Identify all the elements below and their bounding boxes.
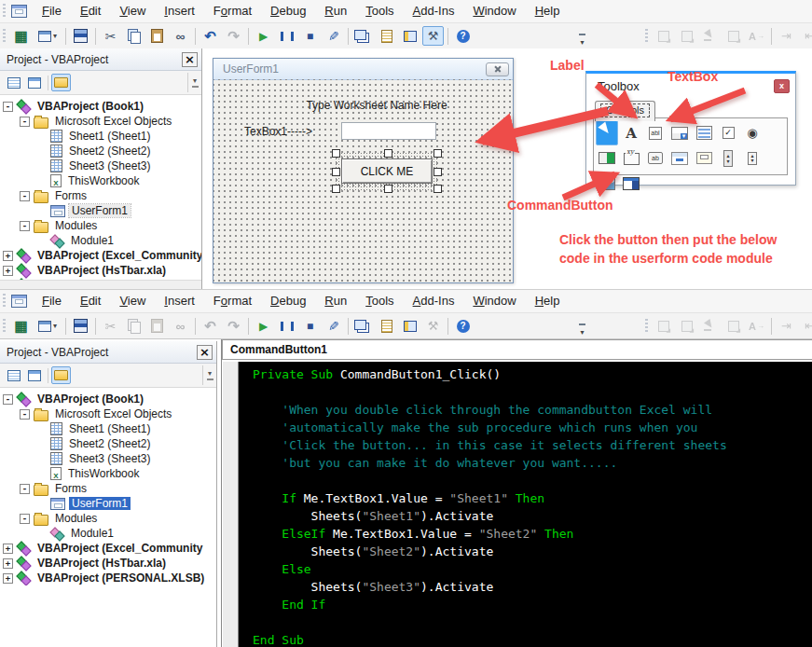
insert-userform-button[interactable] xyxy=(34,26,62,46)
find-button[interactable] xyxy=(170,316,191,336)
menu-item[interactable]: Format xyxy=(204,290,261,312)
toolbar-grip[interactable] xyxy=(3,4,6,19)
toolbox-combobox[interactable] xyxy=(668,120,691,145)
toolbox-scrollbar[interactable] xyxy=(717,145,739,171)
code-line[interactable]: 'When you double click through the comma… xyxy=(253,401,812,419)
menu-item[interactable]: Insert xyxy=(155,290,204,312)
group-objects-button[interactable] xyxy=(723,316,744,336)
toolbox-tabstrip[interactable] xyxy=(668,145,691,171)
tree-expander-icon[interactable] xyxy=(20,191,30,201)
break-button[interactable] xyxy=(276,316,297,336)
code-line[interactable]: Else xyxy=(253,560,812,578)
tree-expander-icon[interactable] xyxy=(3,251,13,261)
code-line[interactable]: Sheets("Sheet2").Activate xyxy=(253,543,812,560)
toolbox-multipage[interactable] xyxy=(693,145,715,171)
menu-item[interactable]: Run xyxy=(315,290,356,312)
toolbox-select-objects[interactable] xyxy=(596,120,618,145)
tree-item[interactable]: Module1 xyxy=(0,233,201,248)
toggle-folders-icon[interactable] xyxy=(51,366,71,384)
redo-button[interactable] xyxy=(223,316,244,336)
resize-handle[interactable] xyxy=(332,149,340,158)
view-microsoft-excel-button[interactable] xyxy=(10,26,32,46)
tree-item[interactable]: VBAProject (Excel_Community xyxy=(0,541,216,556)
tree-expander-icon[interactable] xyxy=(3,394,13,405)
tree-item[interactable]: VBAProject (HsTbar.xla) xyxy=(0,263,201,278)
resize-handle[interactable] xyxy=(332,168,340,176)
code-line[interactable]: End If xyxy=(253,596,812,613)
tree-item[interactable]: VBAProject (Excel_Community xyxy=(0,248,201,263)
undo-button[interactable] xyxy=(200,316,221,336)
tree-item[interactable]: Forms xyxy=(0,188,201,203)
menu-item[interactable]: Format xyxy=(204,0,261,22)
copy-button[interactable] xyxy=(123,26,145,46)
properties-window-button[interactable] xyxy=(376,26,397,46)
tree-item[interactable]: Sheet1 (Sheet1) xyxy=(0,421,216,436)
code-margin-indicator-bar[interactable] xyxy=(223,362,239,647)
code-line[interactable]: Sheets("Sheet1").Activate xyxy=(253,507,812,525)
menu-item[interactable]: Debug xyxy=(261,290,315,312)
select-objects-button[interactable] xyxy=(699,316,721,336)
help-button[interactable] xyxy=(452,316,474,336)
selection-frame[interactable]: CLICK ME xyxy=(335,152,439,190)
resize-handle[interactable] xyxy=(434,185,442,193)
view-code-icon[interactable] xyxy=(4,74,23,91)
toolbox-commandbutton[interactable] xyxy=(644,145,667,171)
reset-button[interactable] xyxy=(299,316,321,336)
font-button[interactable] xyxy=(746,316,767,336)
resize-handle[interactable] xyxy=(332,185,340,193)
resize-handle[interactable] xyxy=(384,185,392,193)
menu-item[interactable]: Add-Ins xyxy=(404,0,464,22)
panel-scrollbar[interactable] xyxy=(202,365,216,385)
tree-item[interactable]: UserForm1 xyxy=(0,203,201,218)
code-line[interactable]: If Me.TextBox1.Value = "Sheet1" Then xyxy=(253,489,812,507)
menu-item[interactable]: Add-Ins xyxy=(404,290,464,312)
tree-expander-icon[interactable] xyxy=(3,573,13,584)
tree-expander-icon[interactable] xyxy=(3,558,13,569)
userform-label[interactable]: Type Worksheet Name Here xyxy=(293,99,461,112)
menu-item[interactable]: File xyxy=(33,0,71,22)
menu-item[interactable]: Tools xyxy=(356,0,403,22)
code-line[interactable]: ElseIf Me.TextBox1.Value = "Sheet2" Then xyxy=(253,525,812,543)
menu-item[interactable]: Tools xyxy=(356,290,403,312)
menu-item[interactable]: Edit xyxy=(71,0,110,22)
toolbar-grip[interactable] xyxy=(3,29,6,44)
tab-controls[interactable]: Controls xyxy=(595,101,655,121)
code-line[interactable] xyxy=(253,613,812,631)
insert-userform-button[interactable] xyxy=(34,316,62,336)
tree-expander-icon[interactable] xyxy=(20,117,30,127)
tree-item[interactable]: Microsoft Excel Objects xyxy=(0,114,201,129)
group-objects-button[interactable] xyxy=(723,26,744,46)
resize-handle[interactable] xyxy=(384,149,392,158)
properties-window-button[interactable] xyxy=(376,316,397,336)
tree-item[interactable]: Sheet3 (Sheet3) xyxy=(0,451,216,466)
send-to-back-button[interactable] xyxy=(676,26,697,46)
decrease-indent-button[interactable] xyxy=(799,26,812,46)
tree-item[interactable]: UserForm1 xyxy=(0,496,216,511)
increase-indent-button[interactable] xyxy=(776,26,797,46)
paste-button[interactable] xyxy=(146,316,168,336)
code-line[interactable]: 'Click the button... in this case it sel… xyxy=(253,436,812,454)
font-button[interactable] xyxy=(746,26,767,46)
bring-to-front-button[interactable] xyxy=(653,316,674,336)
menu-item[interactable]: Debug xyxy=(261,0,315,22)
menu-item[interactable]: Run xyxy=(315,0,356,22)
toolbox-togglebutton[interactable] xyxy=(596,145,618,171)
toolbox-optionbutton[interactable] xyxy=(741,120,764,145)
tree-item[interactable]: ThisWorkbook xyxy=(0,466,216,481)
toolbox-button[interactable] xyxy=(422,26,444,46)
close-icon[interactable] xyxy=(197,345,213,360)
tree-expander-icon[interactable] xyxy=(3,102,13,112)
menu-item[interactable]: Help xyxy=(526,0,570,22)
toolbox-titlebar[interactable]: Toolbox x xyxy=(586,74,795,99)
tree-item[interactable]: Module1 xyxy=(0,526,216,541)
toolbox-button[interactable] xyxy=(422,316,444,336)
project-explorer-button[interactable] xyxy=(352,26,374,46)
bring-to-front-button[interactable] xyxy=(653,26,674,46)
panel-scrollbar[interactable] xyxy=(187,73,201,92)
menu-item[interactable]: Help xyxy=(526,290,570,312)
tree-item[interactable]: Modules xyxy=(0,511,216,526)
tree-expander-icon[interactable] xyxy=(3,266,13,276)
menu-item[interactable]: Window xyxy=(463,0,525,22)
send-to-back-button[interactable] xyxy=(676,316,697,336)
view-object-icon[interactable] xyxy=(24,74,44,91)
